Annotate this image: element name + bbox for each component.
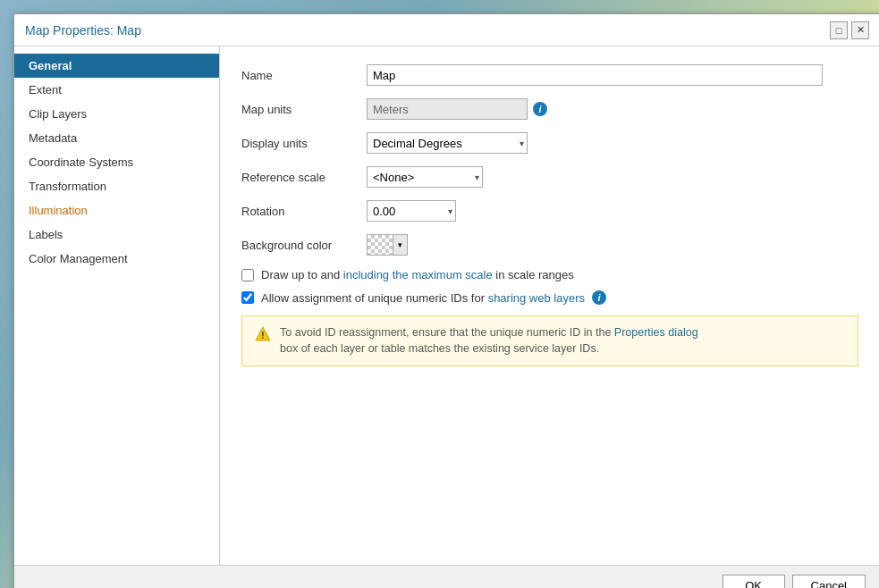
sidebar-item-illumination[interactable]: Illumination bbox=[14, 198, 219, 223]
checkbox-max-scale-label: Draw up to and including the maximum sca… bbox=[261, 268, 574, 281]
reference-scale-select-wrapper: <None> bbox=[367, 166, 483, 188]
svg-text:!: ! bbox=[261, 331, 264, 340]
rotation-select[interactable]: 0.00 90 180 270 bbox=[367, 200, 456, 222]
color-swatch-control[interactable]: ▾ bbox=[367, 234, 408, 256]
ok-button[interactable]: OK bbox=[723, 575, 785, 588]
background-color-row: Background color ▾ bbox=[241, 234, 858, 256]
reference-scale-select[interactable]: <None> bbox=[367, 166, 483, 188]
map-units-control: i bbox=[367, 98, 547, 120]
name-input[interactable] bbox=[367, 64, 823, 86]
close-button[interactable]: ✕ bbox=[851, 21, 869, 39]
color-swatch bbox=[368, 235, 393, 255]
checkbox-max-scale[interactable] bbox=[241, 269, 254, 281]
name-label: Name bbox=[241, 69, 367, 82]
web-layers-info-icon: i bbox=[592, 290, 606, 305]
name-row: Name bbox=[241, 64, 858, 86]
reference-scale-row: Reference scale <None> bbox=[241, 166, 858, 188]
map-units-label: Map units bbox=[241, 103, 367, 116]
checkbox-max-scale-row: Draw up to and including the maximum sca… bbox=[241, 268, 858, 281]
background-color-label: Background color bbox=[241, 239, 367, 252]
color-dropdown-arrow[interactable]: ▾ bbox=[393, 235, 407, 255]
display-units-control: Decimal Degrees Meters Feet Kilometers M… bbox=[367, 132, 528, 154]
display-units-select-wrapper: Decimal Degrees Meters Feet Kilometers M… bbox=[367, 132, 528, 154]
cancel-button[interactable]: Cancel bbox=[792, 575, 866, 588]
reference-scale-control: <None> bbox=[367, 166, 483, 188]
warning-text: To avoid ID reassignment, ensure that th… bbox=[280, 325, 698, 357]
dialog-body: General Extent Clip Layers Metadata Coor… bbox=[14, 46, 879, 565]
sidebar-item-metadata[interactable]: Metadata bbox=[14, 126, 219, 150]
dialog-footer: OK Cancel bbox=[14, 565, 879, 588]
reference-scale-label: Reference scale bbox=[241, 171, 367, 184]
checkbox-web-layers[interactable] bbox=[241, 291, 254, 304]
titlebar-buttons: □ ✕ bbox=[830, 21, 869, 39]
sidebar-item-coordinate-systems[interactable]: Coordinate Systems bbox=[14, 150, 219, 174]
dialog-overlay: Map Properties: Map □ ✕ General Extent C… bbox=[13, 13, 879, 576]
map-units-input bbox=[367, 98, 528, 120]
checkbox-max-scale-link: including the maximum scale bbox=[343, 268, 493, 281]
rotation-control: 0.00 90 180 270 bbox=[367, 200, 456, 222]
rotation-label: Rotation bbox=[241, 205, 367, 218]
warning-icon: ! bbox=[255, 326, 271, 342]
sidebar-item-color-management[interactable]: Color Management bbox=[14, 247, 219, 271]
dialog-title: Map Properties: Map bbox=[25, 23, 830, 38]
sidebar-item-extent[interactable]: Extent bbox=[14, 78, 219, 102]
sidebar-item-general[interactable]: General bbox=[14, 54, 219, 78]
dialog-titlebar: Map Properties: Map □ ✕ bbox=[14, 14, 879, 46]
warning-box: ! To avoid ID reassignment, ensure that … bbox=[241, 315, 858, 366]
map-units-row: Map units i bbox=[241, 98, 858, 120]
display-units-label: Display units bbox=[241, 137, 367, 150]
sidebar-item-labels[interactable]: Labels bbox=[14, 223, 219, 247]
map-properties-dialog: Map Properties: Map □ ✕ General Extent C… bbox=[13, 13, 879, 588]
checkbox-web-layers-label: Allow assignment of unique numeric IDs f… bbox=[261, 291, 585, 305]
sidebar: General Extent Clip Layers Metadata Coor… bbox=[14, 46, 220, 565]
name-control bbox=[367, 64, 823, 86]
minimize-button[interactable]: □ bbox=[830, 21, 848, 39]
background-color-control: ▾ bbox=[367, 234, 408, 256]
main-content: Name Map units i Display units bbox=[220, 46, 879, 565]
sidebar-item-clip-layers[interactable]: Clip Layers bbox=[14, 102, 219, 126]
rotation-row: Rotation 0.00 90 180 270 bbox=[241, 200, 858, 222]
sidebar-item-transformation[interactable]: Transformation bbox=[14, 174, 219, 198]
display-units-row: Display units Decimal Degrees Meters Fee… bbox=[241, 132, 858, 154]
checkbox-web-layers-row: Allow assignment of unique numeric IDs f… bbox=[241, 290, 858, 305]
checkbox-web-layers-link: sharing web layers bbox=[488, 291, 585, 305]
rotation-select-wrapper: 0.00 90 180 270 bbox=[367, 200, 456, 222]
warning-properties-link: Properties dialog bbox=[614, 326, 698, 339]
display-units-select[interactable]: Decimal Degrees Meters Feet Kilometers M… bbox=[367, 132, 528, 154]
map-units-info-icon: i bbox=[533, 102, 547, 116]
